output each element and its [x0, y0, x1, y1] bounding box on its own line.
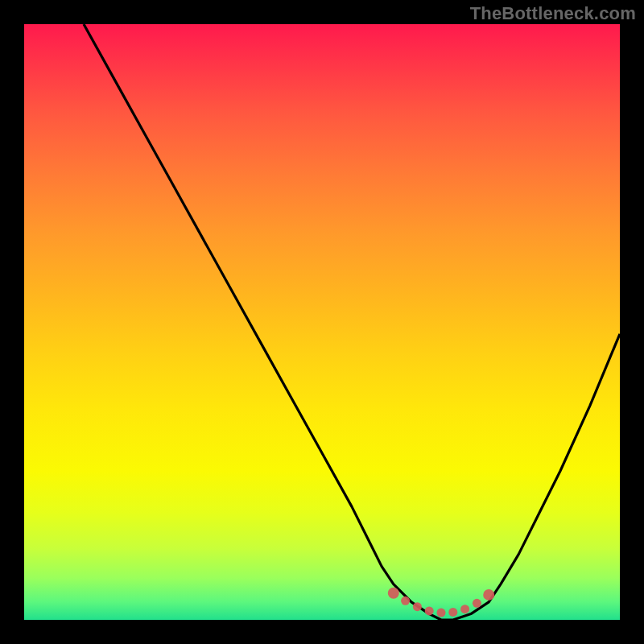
chart-frame: TheBottleneck.com: [0, 0, 644, 644]
optimal-dots: [388, 588, 494, 617]
attribution-text: TheBottleneck.com: [470, 3, 636, 24]
optimal-dot: [437, 609, 446, 617]
optimal-dot: [388, 588, 399, 599]
bottleneck-curve: [84, 24, 620, 620]
optimal-dot: [401, 597, 410, 605]
optimal-dot: [483, 589, 494, 601]
optimal-dot: [413, 602, 422, 611]
optimal-dot: [448, 608, 457, 617]
curve-svg: [24, 24, 620, 620]
optimal-dot: [473, 599, 481, 608]
optimal-dot: [425, 606, 434, 615]
plot-area: [24, 24, 620, 620]
optimal-dot: [460, 605, 469, 613]
